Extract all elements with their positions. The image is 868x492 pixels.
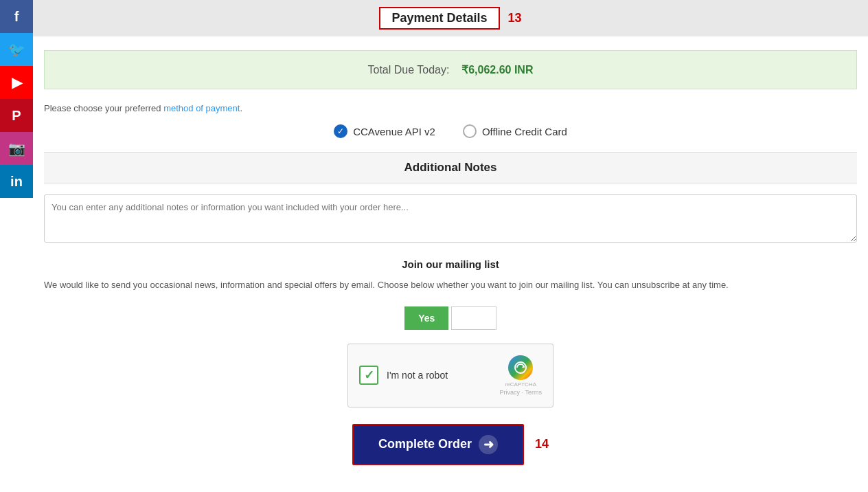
notes-textarea[interactable]: [44, 194, 857, 243]
recaptcha-area: ✓ I'm not a robot reCAPTCHA Privacy: [33, 344, 868, 407]
complete-order-area: Complete Order ➜ 14: [33, 424, 868, 465]
recaptcha-brand: reCAPTCHA: [505, 381, 536, 388]
additional-notes-title: Additional Notes: [404, 161, 496, 174]
recaptcha-left: ✓ I'm not a robot: [359, 366, 448, 385]
step-14-number: 14: [535, 437, 549, 451]
social-facebook[interactable]: f: [0, 0, 33, 33]
mailing-list-description: We would like to send you occasional new…: [44, 278, 857, 293]
no-button[interactable]: [451, 306, 496, 330]
recaptcha-check-icon: ✓: [359, 366, 378, 385]
youtube-icon: ▶: [12, 74, 22, 91]
total-due-banner: Total Due Today: ₹6,062.60 INR: [44, 50, 857, 89]
recaptcha-box[interactable]: ✓ I'm not a robot reCAPTCHA Privacy: [347, 344, 553, 407]
recaptcha-privacy[interactable]: Privacy: [500, 389, 521, 396]
recaptcha-links: Privacy · Terms: [500, 389, 542, 396]
ccavenue-label: CCAvenue API v2: [353, 126, 435, 137]
social-instagram[interactable]: 📷: [0, 132, 33, 165]
payment-header-row: Payment Details 13: [33, 0, 868, 36]
offline-label: Offline Credit Card: [482, 126, 567, 137]
social-sidebar: f 🐦 ▶ P 📷 in: [0, 0, 33, 492]
payment-options: ✓ CCAvenue API v2 Offline Credit Card: [33, 124, 868, 138]
radio-checked-icon: ✓: [334, 124, 347, 138]
recaptcha-terms[interactable]: Terms: [525, 389, 542, 396]
payment-method-instruction: Please choose your preferred method of p…: [33, 103, 868, 113]
payment-option-offline[interactable]: Offline Credit Card: [463, 124, 567, 138]
additional-notes-header: Additional Notes: [44, 152, 857, 183]
mailing-list-title: Join our mailing list: [44, 258, 857, 270]
step-13-number: 13: [508, 11, 522, 25]
social-linkedin[interactable]: in: [0, 165, 33, 198]
pinterest-icon: P: [12, 108, 21, 124]
total-due-label: Total Due Today:: [368, 64, 450, 76]
recaptcha-right: reCAPTCHA Privacy · Terms: [500, 355, 542, 396]
twitter-icon: 🐦: [8, 41, 25, 58]
mailing-buttons: Yes: [33, 306, 868, 330]
payment-details-title: Payment Details: [379, 7, 499, 30]
yes-button[interactable]: Yes: [404, 306, 448, 330]
linkedin-icon: in: [10, 174, 23, 190]
recaptcha-logo-icon: [508, 355, 533, 380]
recaptcha-label: I'm not a robot: [387, 370, 448, 381]
payment-method-link[interactable]: method of payment: [163, 103, 240, 113]
payment-instruction-text: Please choose your preferred method of p…: [44, 103, 242, 113]
arrow-right-icon: ➜: [479, 435, 498, 454]
main-content: Payment Details 13 Total Due Today: ₹6,0…: [33, 0, 868, 492]
radio-unchecked-icon: [463, 124, 477, 138]
social-pinterest[interactable]: P: [0, 99, 33, 132]
page-wrapper: f 🐦 ▶ P 📷 in Payment Details 13 Total Du…: [0, 0, 868, 492]
facebook-icon: f: [14, 9, 19, 25]
social-twitter[interactable]: 🐦: [0, 33, 33, 66]
instagram-icon: 📷: [8, 140, 25, 157]
complete-order-label: Complete Order: [378, 437, 472, 451]
recaptcha-separator: ·: [522, 389, 524, 396]
mailing-list-section: Join our mailing list We would like to s…: [33, 258, 868, 293]
payment-option-ccavenue[interactable]: ✓ CCAvenue API v2: [334, 124, 435, 138]
total-due-amount: ₹6,062.60 INR: [461, 64, 533, 76]
complete-order-button[interactable]: Complete Order ➜: [352, 424, 524, 465]
social-youtube[interactable]: ▶: [0, 66, 33, 99]
